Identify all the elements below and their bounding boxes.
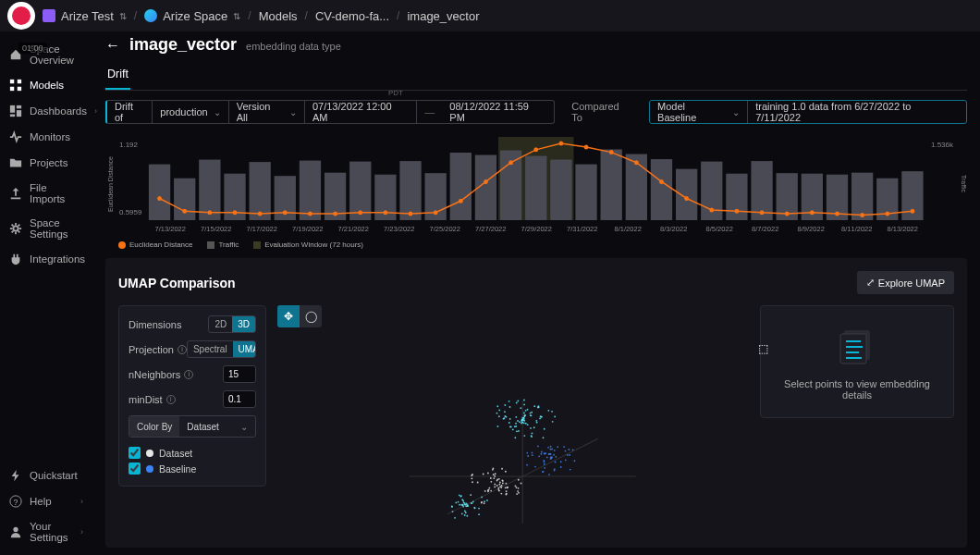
svg-point-162	[493, 477, 495, 479]
svg-point-204	[496, 480, 498, 482]
svg-point-8	[13, 226, 18, 230]
svg-point-83	[519, 421, 521, 423]
tabs: Drift	[105, 62, 967, 91]
svg-point-56	[459, 199, 463, 204]
svg-rect-4	[10, 105, 15, 113]
svg-point-192	[472, 474, 473, 475]
svg-point-135	[523, 404, 525, 406]
pan-tool[interactable]: ✥	[277, 305, 300, 327]
breadcrumb-embedding[interactable]: image_vector	[407, 9, 479, 23]
svg-point-246	[465, 505, 467, 507]
page-title: image_vector	[129, 35, 237, 55]
svg-point-302	[544, 452, 545, 454]
plug-icon	[9, 253, 22, 265]
svg-point-288	[555, 456, 557, 458]
svg-point-251	[463, 502, 465, 504]
sidebar-item-models[interactable]: Models	[0, 72, 92, 98]
baseline-toggle[interactable]: Baseline	[129, 461, 256, 476]
svg-point-226	[478, 508, 480, 510]
explore-umap-button[interactable]: ⤢ Explore UMAP	[857, 271, 954, 294]
breadcrumb-model[interactable]: CV-demo-fa...	[315, 9, 389, 23]
folder-icon	[9, 156, 22, 169]
svg-point-268	[527, 455, 529, 457]
svg-point-70	[810, 210, 815, 215]
info-icon[interactable]: i	[166, 395, 176, 404]
svg-point-189	[505, 483, 507, 485]
svg-point-158	[494, 487, 496, 488]
svg-point-293	[543, 460, 545, 462]
breadcrumb-models[interactable]: Models	[259, 9, 298, 23]
svg-point-110	[515, 416, 517, 418]
svg-point-109	[523, 420, 525, 422]
svg-point-281	[550, 449, 552, 450]
drift-chart: Euclidean Distance 1.192 0.5959 7/13/202…	[105, 133, 967, 235]
nneighbors-input[interactable]	[223, 365, 256, 383]
color-by-selector[interactable]: Color By Dataset⌄	[129, 415, 256, 438]
svg-point-294	[557, 446, 558, 448]
svg-point-134	[533, 426, 535, 428]
svg-point-280	[540, 453, 542, 455]
breadcrumb-org[interactable]: Arize Test ⇅	[43, 9, 127, 23]
sidebar-item-projects[interactable]: Projects	[0, 150, 92, 176]
svg-point-264	[565, 450, 567, 452]
cursor-icon: ⬚	[758, 342, 768, 355]
info-icon[interactable]: i	[178, 345, 187, 354]
svg-point-157	[522, 417, 524, 419]
svg-point-202	[518, 492, 520, 494]
drift-of-selector[interactable]: Drift of production⌄ Version All⌄ 07/13/…	[105, 100, 555, 124]
proj-spectral-button[interactable]: Spectral	[188, 341, 233, 357]
breadcrumb-space[interactable]: Arize Space ⇅	[144, 9, 240, 23]
svg-point-285	[550, 453, 552, 455]
svg-point-230	[458, 501, 459, 503]
svg-point-148	[509, 418, 511, 420]
svg-point-69	[785, 212, 790, 216]
info-icon[interactable]: i	[184, 370, 193, 379]
svg-point-55	[434, 210, 438, 215]
baseline-selector[interactable]: Model Baseline⌄ training 1.0 data from 6…	[649, 100, 967, 124]
sidebar-item-quickstart[interactable]: Quickstart	[0, 462, 92, 488]
sidebar-item-integrations[interactable]: Integrations	[0, 246, 92, 272]
svg-point-275	[526, 452, 528, 454]
svg-point-73	[886, 212, 890, 216]
svg-point-274	[565, 459, 567, 461]
svg-point-150	[535, 420, 537, 422]
sidebar-item-space-settings[interactable]: Space Settings	[0, 211, 92, 246]
lasso-tool[interactable]: ◯	[300, 305, 322, 327]
svg-point-214	[516, 487, 518, 488]
svg-point-292	[526, 464, 528, 466]
svg-point-299	[537, 446, 539, 448]
svg-point-256	[455, 501, 457, 503]
dim-3d-button[interactable]: 3D	[232, 316, 255, 332]
svg-rect-13	[149, 165, 170, 220]
dataset-toggle[interactable]: Dataset	[129, 445, 256, 461]
svg-point-128	[503, 418, 505, 420]
sidebar-item-file-imports[interactable]: File Imports	[0, 176, 92, 211]
svg-point-212	[507, 487, 508, 488]
sidebar: Space Overview Models Dashboards › Monit…	[0, 31, 92, 555]
svg-point-159	[516, 493, 518, 495]
svg-point-91	[531, 436, 533, 438]
sidebar-item-dashboards[interactable]: Dashboards ›	[0, 98, 92, 124]
svg-rect-3	[18, 87, 21, 91]
svg-point-51	[334, 212, 338, 216]
umap-viz[interactable]: ✥ ◯ ⬚	[277, 305, 749, 535]
svg-rect-31	[601, 150, 622, 221]
svg-point-126	[530, 413, 532, 414]
svg-point-80	[498, 415, 500, 417]
back-arrow[interactable]: ←	[105, 37, 120, 54]
svg-point-143	[536, 422, 538, 424]
svg-point-258	[569, 449, 570, 450]
recording-timer: 01:00	[18, 43, 47, 54]
dim-2d-button[interactable]: 2D	[209, 316, 232, 332]
proj-umap-button[interactable]: UMAP	[233, 341, 256, 357]
sidebar-item-your-settings[interactable]: Your Settings ›	[0, 514, 92, 549]
tab-drift[interactable]: Drift	[105, 62, 130, 90]
sidebar-item-help[interactable]: ? Help ›	[0, 488, 92, 514]
sidebar-item-monitors[interactable]: Monitors	[0, 124, 92, 150]
svg-point-87	[543, 437, 545, 438]
svg-point-297	[572, 449, 574, 450]
svg-point-132	[525, 410, 527, 412]
mindist-input[interactable]	[223, 390, 256, 408]
svg-point-107	[504, 411, 506, 413]
svg-point-161	[487, 473, 489, 475]
